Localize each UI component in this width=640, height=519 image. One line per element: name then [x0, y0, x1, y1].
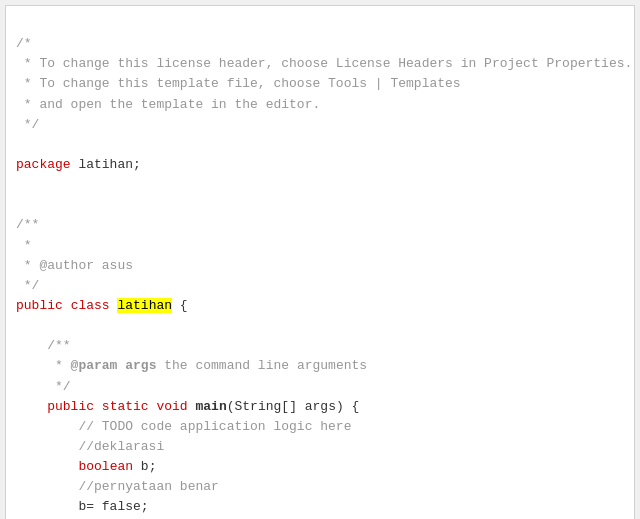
inner-javadoc-end: */ [16, 379, 71, 394]
comment-line-2: * To change this license header, choose … [16, 56, 632, 71]
inner-javadoc-start: /** [16, 338, 71, 353]
class-declaration: public class latihan { [16, 298, 188, 313]
javadoc-author: * @author asus [16, 258, 133, 273]
javadoc-end: */ [16, 278, 39, 293]
comment-line-5: */ [16, 117, 39, 132]
deklarasi-comment: //deklarasi [16, 439, 164, 454]
blank-line-2 [16, 177, 24, 192]
javadoc-star: * [16, 238, 32, 253]
pernyataan-benar-comment: //pernyataan benar [16, 479, 219, 494]
inner-javadoc-param: * @param args the command line arguments [16, 358, 367, 373]
comment-line-4: * and open the template in the editor. [16, 97, 320, 112]
method-declaration: public static void main(String[] args) { [16, 399, 359, 414]
b-false-assign: b= false; [16, 499, 149, 514]
blank-line-4 [16, 318, 24, 333]
comment-line-3: * To change this template file, choose T… [16, 76, 461, 91]
package-decl: package latihan; [16, 157, 141, 172]
code-editor[interactable]: /* * To change this license header, choo… [5, 5, 635, 519]
blank-line-3 [16, 197, 24, 212]
blank-line-1 [16, 137, 24, 152]
code-content: /* * To change this license header, choo… [6, 14, 634, 519]
todo-comment: // TODO code application logic here [16, 419, 351, 434]
comment-line-1: /* [16, 36, 32, 51]
boolean-decl: boolean b; [16, 459, 156, 474]
javadoc-start: /** [16, 217, 39, 232]
